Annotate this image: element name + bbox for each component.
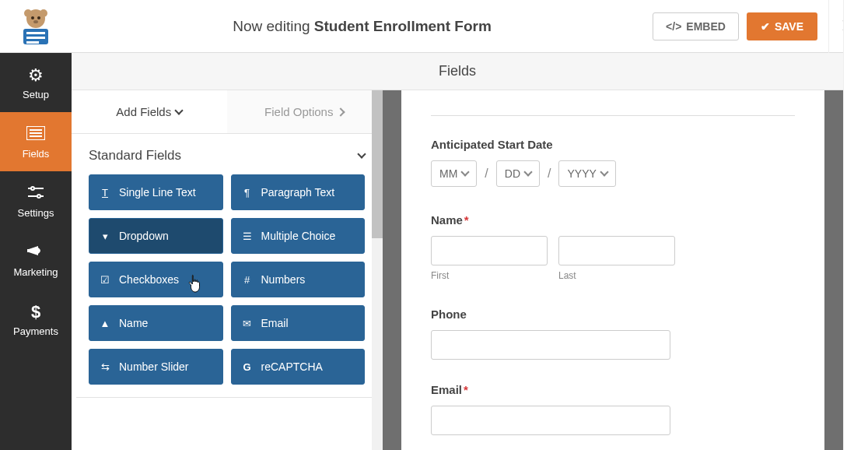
sidenav-label: Payments <box>13 325 58 337</box>
name-label-text: Name <box>431 213 463 227</box>
field-numbers[interactable]: # Numbers <box>231 262 366 297</box>
panel-scrollbar-thumb[interactable] <box>372 90 383 238</box>
field-start-date: Anticipated Start Date MM / DD / YYYY <box>431 138 795 187</box>
phone-input[interactable] <box>431 330 670 360</box>
panel-scrollbar-track[interactable] <box>372 90 383 450</box>
sidenav-label: Marketing <box>13 266 58 278</box>
sidenav-setup[interactable]: ⚙ Setup <box>0 53 72 112</box>
panel-tabs: Add Fields Field Options <box>72 90 382 134</box>
tab-label: Add Fields <box>116 105 171 118</box>
form-preview: Anticipated Start Date MM / DD / YYYY <box>401 90 824 450</box>
text-cursor-icon: T <box>99 187 111 199</box>
field-single-line-text[interactable]: T Single Line Text <box>89 174 223 210</box>
field-recaptcha[interactable]: G reCAPTCHA <box>231 349 366 385</box>
year-value: YYYY <box>567 167 596 180</box>
svg-point-3 <box>31 16 34 19</box>
field-grid: T Single Line Text ¶ Paragraph Text ▾ Dr… <box>76 174 377 398</box>
field-name-group: Name* First Last <box>431 213 795 281</box>
field-email[interactable]: ✉ Email <box>231 305 366 341</box>
side-nav: ⚙ Setup Fields Settings Marketing $ Paym… <box>0 53 72 450</box>
preview-area: Anticipated Start Date MM / DD / YYYY <box>383 90 843 450</box>
envelope-icon: ✉ <box>241 318 254 329</box>
section-title: Standard Fields <box>89 148 181 163</box>
field-label: Email <box>261 317 289 329</box>
first-name-col: First <box>431 236 548 281</box>
top-bar: Now editing Student Enrollment Form </> … <box>0 0 868 53</box>
sliders-h-icon: ⇆ <box>99 361 111 373</box>
code-icon: </> <box>666 20 681 33</box>
svg-point-5 <box>33 20 38 23</box>
fields-panel: Add Fields Field Options Standard Fields… <box>72 90 383 450</box>
field-label: Paragraph Text <box>261 186 335 199</box>
day-value: DD <box>505 167 520 180</box>
chevron-down-icon <box>357 149 366 158</box>
field-label: Numbers <box>261 273 306 286</box>
check-icon: ✔ <box>761 20 770 33</box>
day-select[interactable]: DD <box>496 160 540 187</box>
form-name: Student Enrollment Form <box>314 18 492 34</box>
field-phone-group: Phone <box>431 308 795 360</box>
field-label: Number Slider <box>119 360 188 373</box>
topbar-actions: </> EMBED ✔ SAVE <box>653 12 828 40</box>
last-name-input[interactable] <box>558 236 675 265</box>
dollar-icon: $ <box>31 302 40 322</box>
sub-header: Fields <box>72 53 843 90</box>
sidenav-payments[interactable]: $ Payments <box>0 290 72 349</box>
sidenav-fields[interactable]: Fields <box>0 112 72 171</box>
email-input[interactable] <box>431 406 670 435</box>
caret-square-icon: ▾ <box>99 230 111 242</box>
month-value: MM <box>439 167 457 180</box>
hashtag-icon: # <box>241 274 254 286</box>
field-checkboxes[interactable]: ☑ Checkboxes <box>89 262 223 297</box>
svg-rect-7 <box>26 32 45 34</box>
field-label: reCAPTCHA <box>261 360 323 373</box>
svg-point-4 <box>37 16 40 19</box>
field-label: Name <box>119 317 148 329</box>
right-edge <box>843 0 868 450</box>
paragraph-icon: ¶ <box>241 187 254 199</box>
chevron-down-icon <box>461 167 470 176</box>
save-button[interactable]: ✔ SAVE <box>747 12 817 40</box>
date-separator: / <box>485 167 488 181</box>
field-paragraph-text[interactable]: ¶ Paragraph Text <box>231 174 366 210</box>
section-standard-fields[interactable]: Standard Fields <box>72 134 382 174</box>
svg-point-1 <box>24 9 32 17</box>
chevron-right-icon <box>337 107 345 116</box>
last-sublabel: Last <box>558 270 675 281</box>
editing-prefix: Now editing <box>233 18 310 34</box>
field-number-slider[interactable]: ⇆ Number Slider <box>89 349 223 385</box>
name-row: First Last <box>431 236 795 281</box>
sidenav-label: Fields <box>23 148 50 160</box>
phone-label: Phone <box>431 308 795 321</box>
app-logo <box>0 7 72 46</box>
sliders-icon <box>27 184 44 204</box>
year-select[interactable]: YYYY <box>558 160 615 187</box>
embed-button[interactable]: </> EMBED <box>653 12 739 40</box>
tab-field-options[interactable]: Field Options <box>227 90 383 133</box>
user-icon: ▲ <box>99 318 111 329</box>
month-select[interactable]: MM <box>431 160 477 187</box>
field-multiple-choice[interactable]: ☰ Multiple Choice <box>231 218 366 254</box>
tab-add-fields[interactable]: Add Fields <box>72 90 227 133</box>
svg-point-17 <box>37 195 40 198</box>
editing-title: Now editing Student Enrollment Form <box>72 18 653 35</box>
sidenav-marketing[interactable]: Marketing <box>0 230 72 290</box>
save-label: SAVE <box>775 20 803 33</box>
gear-icon: ⚙ <box>28 65 44 86</box>
field-label: Dropdown <box>119 230 169 242</box>
email-label: Email* <box>431 383 795 396</box>
google-icon: G <box>241 361 254 373</box>
field-dropdown[interactable]: ▾ Dropdown <box>89 218 223 254</box>
list-ul-icon: ☰ <box>241 230 254 242</box>
sidenav-settings[interactable]: Settings <box>0 171 72 230</box>
chevron-down-icon <box>175 106 184 114</box>
name-label: Name* <box>431 213 795 227</box>
field-name[interactable]: ▲ Name <box>89 305 223 341</box>
chevron-down-icon <box>523 167 532 176</box>
subheader-title: Fields <box>439 63 476 79</box>
required-asterisk: * <box>464 213 469 227</box>
field-label: Checkboxes <box>119 273 179 286</box>
field-label: Multiple Choice <box>261 230 336 242</box>
last-name-col: Last <box>558 236 675 281</box>
first-name-input[interactable] <box>431 236 548 265</box>
